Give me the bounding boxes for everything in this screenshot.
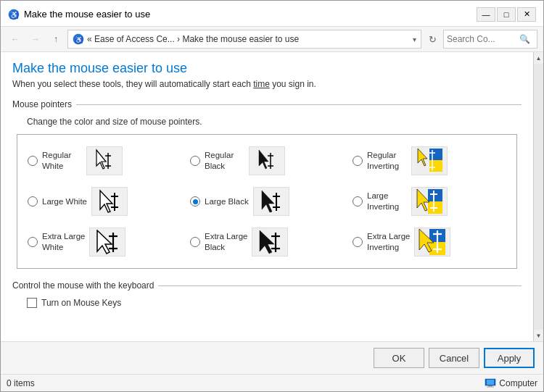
radio-regular-inverting[interactable]: [353, 156, 363, 166]
svg-marker-23: [262, 191, 274, 212]
scroll-track[interactable]: [534, 64, 543, 330]
scroll-down-button[interactable]: ▼: [534, 330, 544, 341]
mouse-keys-checkbox[interactable]: [27, 298, 37, 308]
window-title: Make the mouse easier to use: [24, 9, 477, 20]
search-icon[interactable]: 🔍: [519, 34, 530, 44]
page-title: Make the mouse easier to use: [12, 61, 522, 76]
window-icon: ♿: [8, 9, 20, 20]
minimize-button[interactable]: —: [477, 7, 495, 22]
label-large-black: Large Black: [205, 196, 249, 207]
address-bar: ♿ « Ease of Access Ce... › Make the mous…: [67, 30, 421, 49]
label-large-inverting: LargeInverting: [367, 191, 407, 212]
pointer-option-regular-inverting[interactable]: RegularInverting: [348, 141, 511, 181]
up-button[interactable]: ↑: [47, 30, 65, 48]
preview-xlarge-inverting: [414, 228, 450, 257]
preview-large-white: [91, 187, 128, 216]
apply-button[interactable]: Apply: [484, 348, 535, 368]
search-input[interactable]: [447, 34, 519, 44]
pointer-grid: RegularWhite: [23, 141, 511, 262]
section-divider: [76, 104, 522, 105]
main-content: Make the mouse easier to use When you se…: [1, 52, 533, 341]
scroll-up-button[interactable]: ▲: [534, 52, 544, 64]
svg-marker-19: [100, 191, 112, 212]
preview-large-inverting: [411, 187, 448, 216]
keyboard-section-label: Control the mouse with the keyboard: [12, 280, 158, 291]
svg-rect-13: [429, 149, 442, 160]
radio-large-inverting[interactable]: [353, 196, 363, 207]
mouse-keys-label: Turn on Mouse Keys: [41, 298, 121, 308]
forward-button[interactable]: →: [27, 30, 44, 48]
mouse-section-label: Mouse pointers: [12, 99, 76, 109]
radio-xlarge-inverting[interactable]: [353, 237, 363, 247]
svg-text:♿: ♿: [9, 10, 19, 20]
svg-marker-8: [259, 150, 268, 169]
window-controls: — □ ✕: [477, 7, 536, 22]
status-computer: Computer: [499, 378, 537, 388]
content-wrapper: Make the mouse easier to use When you se…: [1, 52, 543, 341]
pointer-option-xlarge-inverting[interactable]: Extra LargeInverting: [348, 222, 511, 262]
pointer-option-regular-white[interactable]: RegularWhite: [23, 141, 186, 181]
svg-rect-51: [488, 385, 493, 387]
preview-regular-black: [249, 146, 285, 175]
pointer-option-large-black[interactable]: Large Black: [186, 181, 348, 222]
refresh-button[interactable]: ↻: [424, 31, 440, 47]
computer-icon: [485, 378, 496, 388]
preview-regular-white: [86, 146, 123, 175]
preview-xlarge-black: [252, 228, 288, 257]
mouse-keys-row: Turn on Mouse Keys: [27, 298, 522, 308]
cancel-button[interactable]: Cancel: [429, 348, 479, 368]
svg-marker-38: [260, 230, 274, 254]
radio-large-white[interactable]: [28, 196, 38, 207]
label-xlarge-inverting: Extra LargeInverting: [367, 231, 410, 253]
preview-xlarge-white: [89, 228, 125, 257]
ok-button[interactable]: OK: [374, 348, 424, 368]
radio-regular-black[interactable]: [190, 156, 200, 166]
label-large-white: Large White: [42, 196, 87, 207]
main-window: ♿ Make the mouse easier to use — □ ✕ ← →…: [0, 0, 544, 392]
section-header-keyboard: Control the mouse with the keyboard: [12, 280, 522, 291]
svg-marker-4: [96, 150, 106, 169]
label-regular-inverting: RegularInverting: [367, 150, 407, 172]
radio-xlarge-white[interactable]: [28, 237, 38, 247]
radio-xlarge-black[interactable]: [190, 237, 200, 247]
pointer-option-regular-black[interactable]: RegularBlack: [186, 141, 348, 181]
status-items: 0 items: [7, 378, 35, 388]
back-button[interactable]: ←: [7, 30, 24, 48]
label-regular-white: RegularWhite: [42, 150, 82, 172]
status-bar: 0 items Computer: [1, 374, 543, 391]
footer: OK Cancel Apply: [1, 341, 543, 374]
svg-rect-50: [487, 380, 494, 385]
maximize-button[interactable]: □: [497, 7, 516, 22]
search-box[interactable]: 🔍: [443, 30, 537, 49]
svg-rect-14: [429, 160, 442, 172]
keyboard-section: Control the mouse with the keyboard Turn…: [12, 280, 522, 308]
mouse-section-description: Change the color and size of mouse point…: [27, 117, 522, 127]
pointer-option-large-inverting[interactable]: LargeInverting: [348, 181, 511, 222]
label-xlarge-white: Extra LargeWhite: [42, 231, 85, 253]
radio-regular-white[interactable]: [28, 156, 38, 166]
pointer-grid-container: RegularWhite: [17, 134, 517, 269]
svg-text:♿: ♿: [75, 36, 83, 44]
preview-regular-inverting: [411, 146, 448, 175]
keyboard-section-divider: [158, 285, 522, 286]
navigation-bar: ← → ↑ ♿ « Ease of Access Ce... › Make th…: [1, 27, 543, 52]
status-right: Computer: [485, 378, 537, 388]
label-regular-black: RegularBlack: [205, 150, 244, 172]
close-button[interactable]: ✕: [517, 7, 536, 22]
svg-rect-52: [487, 386, 494, 387]
svg-marker-34: [97, 230, 112, 254]
mouse-pointers-section: Mouse pointers Change the color and size…: [12, 99, 522, 269]
pointer-option-xlarge-black[interactable]: Extra LargeBlack: [186, 222, 348, 262]
address-icon: ♿: [73, 33, 84, 45]
breadcrumb: « Ease of Access Ce... › Make the mouse …: [87, 34, 299, 44]
scrollbar[interactable]: ▲ ▼: [533, 52, 543, 341]
address-dropdown[interactable]: ▾: [413, 36, 416, 43]
svg-rect-28: [428, 189, 442, 201]
title-bar: ♿ Make the mouse easier to use — □ ✕: [1, 1, 543, 27]
pointer-option-xlarge-white[interactable]: Extra LargeWhite: [23, 222, 186, 262]
section-header-mouse: Mouse pointers: [12, 99, 522, 109]
radio-large-black[interactable]: [190, 196, 200, 207]
pointer-option-large-white[interactable]: Large White: [23, 181, 186, 222]
preview-large-black: [253, 187, 289, 216]
label-xlarge-black: Extra LargeBlack: [205, 231, 247, 253]
